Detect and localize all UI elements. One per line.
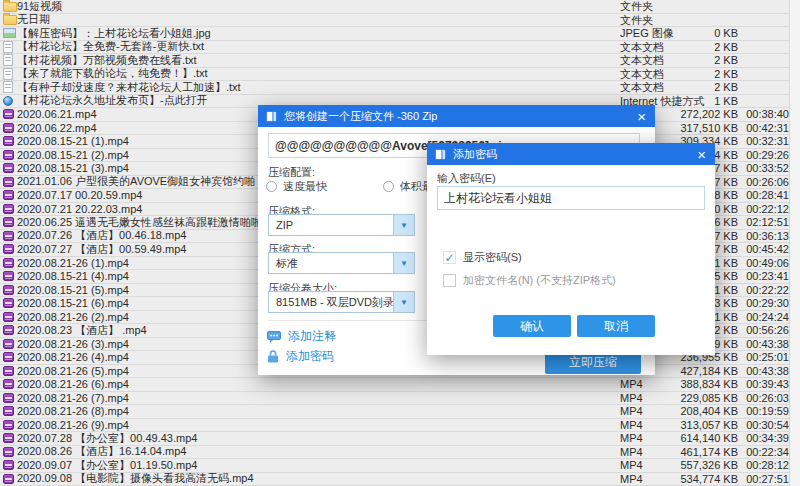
file-duration: 00:49:06 (740, 257, 789, 271)
text-icon (3, 54, 13, 66)
file-duration: 00:42:31 (740, 122, 789, 136)
dialog-titlebar[interactable]: 添加密码 × (427, 143, 715, 165)
dialog-titlebar[interactable]: 您将创建一个压缩文件 -360 Zip × (258, 105, 655, 127)
file-duration: 00:38:40 (740, 108, 789, 122)
video-icon (3, 217, 14, 227)
dialog-title: 添加密码 (453, 147, 695, 162)
chevron-down-icon[interactable]: ▼ (393, 215, 414, 235)
folder-icon (3, 2, 17, 12)
video-icon (3, 271, 14, 281)
text-icon (3, 41, 13, 53)
password-input[interactable] (437, 186, 705, 210)
close-icon[interactable]: × (635, 109, 648, 124)
video-icon (3, 258, 14, 268)
method-value: 标准 (269, 256, 393, 271)
file-duration: 00:43:38 (740, 365, 789, 379)
comment-icon (267, 331, 281, 343)
radio-fastest-label: 速度最快 (283, 179, 327, 194)
file-duration (740, 95, 789, 109)
close-icon[interactable]: × (695, 147, 708, 162)
encrypt-names-label: 加密文件名(N) (不支持ZIP格式) (463, 273, 616, 288)
video-icon (3, 366, 14, 376)
file-duration: 00:26:06 (740, 176, 789, 190)
video-icon (3, 150, 14, 160)
add-password-dialog: 添加密码 × 输入密码(E) ✓ 显示密码(S) 加密文件名(N) (不支持ZI… (427, 143, 715, 355)
text-icon (3, 81, 13, 93)
360zip-logo-icon (434, 148, 447, 161)
radio-fastest[interactable] (266, 181, 277, 192)
table-row[interactable]: 2020.08.21-26 (8).mp4 MP4 208,404 KB 00:… (0, 405, 800, 419)
radio-smallest[interactable] (383, 181, 394, 192)
file-size: 272,202 KB (646, 108, 738, 122)
file-type: MP4 (620, 378, 643, 392)
video-icon (3, 231, 14, 241)
chevron-down-icon[interactable]: ▼ (393, 253, 414, 273)
password-input-label: 输入密码(E) (437, 171, 496, 186)
add-comment-link[interactable]: 添加注释 (267, 328, 336, 345)
checkbox-unchecked-icon[interactable] (443, 274, 456, 287)
show-password-checkbox-row[interactable]: ✓ 显示密码(S) (443, 250, 522, 265)
text-icon (3, 68, 13, 80)
confirm-button[interactable]: 确认 (493, 315, 571, 337)
table-row[interactable]: 2020.08.21-26 (6).mp4 MP4 388,834 KB 00:… (0, 378, 800, 392)
video-icon (3, 109, 14, 119)
file-duration: 00:45:42 (740, 243, 789, 257)
file-size: 427,184 KB (646, 365, 738, 379)
link-icon (3, 96, 13, 106)
table-row[interactable]: 2020.08.21-26 (7).mp4 MP4 229,085 KB 00:… (0, 392, 800, 406)
file-duration: 00:28:41 (740, 189, 789, 203)
scrollbar[interactable] (789, 0, 800, 486)
video-icon (3, 325, 14, 335)
file-size: 317,510 KB (646, 122, 738, 136)
file-duration: 00:27:51 (740, 473, 789, 486)
video-icon (3, 136, 14, 146)
table-row[interactable]: 2020.09.08 【电影院】摄像头看我高清无码.mp4 MP4 534,77… (0, 473, 800, 486)
format-value: ZIP (269, 219, 393, 231)
video-icon (3, 177, 14, 187)
add-password-link[interactable]: 添加密码 (267, 348, 334, 365)
volume-value: 8151MB - 双层DVD刻录 (269, 295, 393, 310)
add-comment-label: 添加注释 (288, 328, 336, 345)
file-type: MP4 (620, 405, 643, 419)
show-password-label: 显示密码(S) (463, 250, 522, 265)
video-icon (3, 379, 14, 389)
file-duration: 00:43:38 (740, 338, 789, 352)
cancel-button[interactable]: 取消 (577, 315, 655, 337)
lock-icon (267, 350, 279, 363)
video-icon (3, 123, 14, 133)
file-type: MP4 (620, 392, 643, 406)
format-select[interactable]: ZIP ▼ (268, 214, 415, 236)
file-duration: 00:29:30 (740, 297, 789, 311)
file-duration: 00:39:43 (740, 378, 789, 392)
file-duration: 00:19:59 (740, 405, 789, 419)
video-icon (3, 204, 14, 214)
video-icon (3, 285, 14, 295)
file-size: 534,774 KB (646, 473, 738, 486)
chevron-down-icon[interactable]: ▼ (393, 292, 414, 312)
encrypt-names-checkbox-row[interactable]: 加密文件名(N) (不支持ZIP格式) (443, 273, 616, 288)
file-duration: 00:22:22 (740, 284, 789, 298)
method-select[interactable]: 标准 ▼ (268, 252, 415, 274)
add-password-label: 添加密码 (286, 348, 334, 365)
video-icon (3, 298, 14, 308)
config-label: 压缩配置: (268, 165, 315, 180)
file-duration: 00:23:41 (740, 270, 789, 284)
file-duration: 00:26:03 (740, 392, 789, 406)
image-icon (3, 28, 16, 38)
video-icon (3, 244, 14, 254)
file-type: MP4 (620, 473, 643, 486)
video-icon (3, 163, 14, 173)
file-size: 208,404 KB (646, 405, 738, 419)
video-icon (3, 352, 14, 362)
video-icon (3, 420, 14, 430)
file-duration: 00:25:01 (740, 351, 789, 365)
volume-select[interactable]: 8151MB - 双层DVD刻录 ▼ (268, 291, 415, 313)
file-size: 1 KB (646, 95, 738, 109)
file-duration: 00:32:31 (740, 135, 789, 149)
video-icon (3, 447, 14, 457)
video-icon (3, 190, 14, 200)
checkbox-checked-icon[interactable]: ✓ (443, 251, 456, 264)
folder-icon (3, 15, 17, 25)
video-icon (3, 433, 14, 443)
video-icon (3, 312, 14, 322)
